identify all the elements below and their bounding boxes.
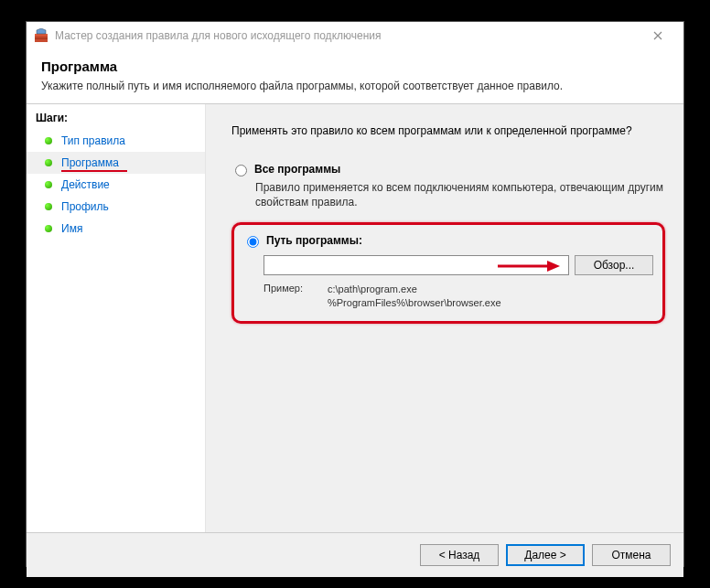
steps-header: Шаги:	[27, 104, 205, 130]
step-label: Профиль	[61, 200, 109, 213]
radio-all-programs[interactable]	[235, 165, 247, 176]
page-title: Программа	[41, 59, 669, 74]
program-path-label: Путь программы:	[266, 234, 362, 247]
step-name[interactable]: Имя	[27, 218, 205, 240]
example-label: Пример:	[264, 283, 328, 310]
example-path-2: %ProgramFiles%\browser\browser.exe	[328, 296, 501, 310]
svg-rect-1	[35, 34, 48, 36]
browse-button[interactable]: Обзор...	[575, 255, 653, 275]
step-bullet-icon	[45, 203, 52, 210]
titlebar: Мастер создания правила для нового исход…	[27, 22, 683, 49]
back-button[interactable]: < Назад	[420, 544, 499, 566]
step-bullet-icon	[45, 225, 52, 232]
page-description: Укажите полный путь и имя исполняемого ф…	[41, 80, 669, 92]
step-rule-type[interactable]: Тип правила	[27, 130, 205, 152]
wizard-body: Шаги: Тип правила Программа Действие Про…	[27, 104, 683, 532]
step-label: Программа	[61, 156, 119, 169]
svg-rect-2	[35, 37, 48, 39]
program-path-input[interactable]	[264, 255, 569, 275]
next-button[interactable]: Далее >	[506, 544, 585, 566]
step-label: Имя	[61, 222, 82, 235]
all-programs-description: Правило применяется ко всем подключениям…	[255, 180, 665, 209]
wizard-header: Программа Укажите полный путь и имя испо…	[27, 49, 683, 103]
cancel-button[interactable]: Отмена	[592, 544, 671, 566]
content-area: Применять это правило ко всем программам…	[206, 104, 683, 532]
option-all-programs[interactable]: Все программы	[231, 163, 665, 176]
step-program[interactable]: Программа	[27, 152, 205, 174]
highlight-annotation: Путь программы: Обзор... Пример: c:\path…	[231, 222, 665, 324]
step-bullet-icon	[45, 137, 52, 144]
question-text: Применять это правило ко всем программам…	[231, 124, 665, 137]
firewall-icon	[34, 28, 48, 43]
step-label: Тип правила	[61, 134, 125, 147]
step-profile[interactable]: Профиль	[27, 196, 205, 218]
example-row: Пример: c:\path\program.exe %ProgramFile…	[264, 283, 653, 310]
example-path-1: c:\path\program.exe	[328, 283, 501, 296]
option-program-path[interactable]: Путь программы:	[243, 234, 653, 248]
radio-program-path[interactable]	[247, 236, 259, 248]
wizard-footer: < Назад Далее > Отмена	[27, 532, 683, 577]
wizard-window: Мастер создания правила для нового исход…	[26, 21, 684, 567]
step-label: Действие	[61, 178, 110, 191]
window-title: Мастер создания правила для нового исход…	[55, 29, 640, 42]
example-paths: c:\path\program.exe %ProgramFiles%\brows…	[328, 283, 501, 310]
step-bullet-icon	[45, 181, 52, 188]
path-row: Обзор...	[264, 255, 653, 275]
close-button[interactable]	[640, 23, 676, 48]
step-action[interactable]: Действие	[27, 174, 205, 196]
all-programs-label: Все программы	[254, 163, 340, 176]
steps-sidebar: Шаги: Тип правила Программа Действие Про…	[27, 104, 206, 532]
step-bullet-icon	[45, 159, 52, 166]
